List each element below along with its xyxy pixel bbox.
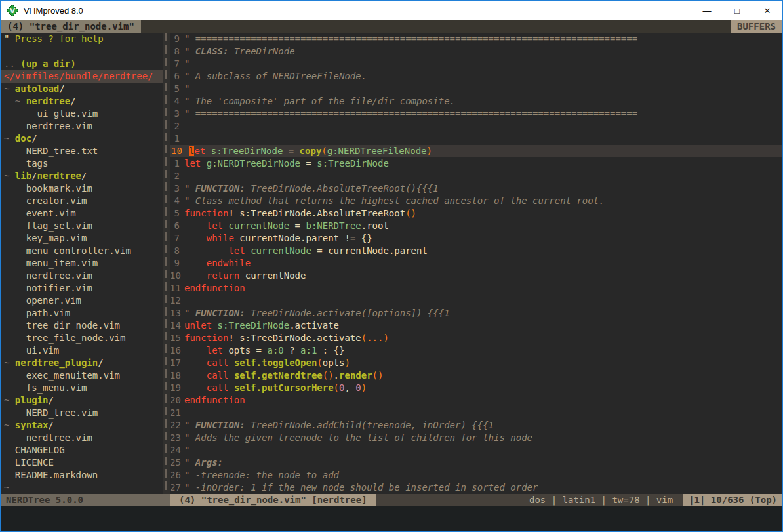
code-line[interactable]: 9 endwhile xyxy=(170,257,782,270)
code-line[interactable]: 2 xyxy=(170,170,782,182)
code-line-current[interactable]: 10let s:TreeDirNode = copy(g:NERDTreeFil… xyxy=(170,145,782,157)
tree-item[interactable]: menu_item.vim xyxy=(1,257,163,270)
code-line[interactable]: 25" Args: xyxy=(170,457,782,469)
tree-item[interactable]: notifier.vim xyxy=(1,282,163,295)
code-line[interactable]: 4" The 'composite' part of the file/dir … xyxy=(170,95,782,108)
close-icon[interactable]: ✕ xyxy=(752,1,782,20)
code-line[interactable]: 2 xyxy=(170,120,782,133)
line-number: 21 xyxy=(170,407,184,419)
code-line[interactable]: 7" xyxy=(170,58,782,70)
tree-item[interactable]: exec_menuitem.vim xyxy=(1,369,163,382)
tree-item[interactable]: fs_menu.vim xyxy=(1,382,163,394)
tree-item[interactable]: ~ doc/ xyxy=(1,133,163,145)
code-line[interactable]: 1 xyxy=(170,133,782,145)
tabline-fill xyxy=(141,20,731,33)
code-line[interactable]: 20endfunction xyxy=(170,394,782,407)
tree-item[interactable]: NERD_tree.vim xyxy=(1,407,163,419)
tree-item[interactable]: ~ plugin/ xyxy=(1,394,163,407)
code-line-text xyxy=(184,170,782,182)
tree-item[interactable]: bookmark.vim xyxy=(1,182,163,195)
code-line[interactable]: 5function! s:TreeDirNode.AbsoluteTreeRoo… xyxy=(170,207,782,220)
code-line-text xyxy=(184,120,782,133)
tree-item[interactable]: NERD_tree.txt xyxy=(1,145,163,157)
tree-item[interactable]: flag_set.vim xyxy=(1,220,163,232)
tree-item[interactable]: ~ autoload/ xyxy=(1,83,163,95)
tree-item[interactable]: ~ lib/nerdtree/ xyxy=(1,170,163,182)
tree-item[interactable]: key_map.vim xyxy=(1,232,163,245)
tree-item[interactable]: CHANGELOG xyxy=(1,444,163,457)
tree-item[interactable]: ~ nerdtree_plugin/ xyxy=(1,357,163,369)
tree-item[interactable]: path.vim xyxy=(1,307,163,319)
tree-item[interactable]: event.vim xyxy=(1,207,163,220)
code-line[interactable]: 10 return currentNode xyxy=(170,270,782,282)
vertical-split-separator[interactable] xyxy=(163,33,170,494)
code-line[interactable]: 23" Adds the given treenode to the list … xyxy=(170,432,782,444)
code-line[interactable]: 17 call self.toggleOpen(opts) xyxy=(170,357,782,369)
maximize-icon[interactable]: □ xyxy=(722,1,752,20)
code-line[interactable]: 5" xyxy=(170,83,782,95)
code-line[interactable]: 1let g:NERDTreeDirNode = s:TreeDirNode xyxy=(170,157,782,170)
tree-item[interactable]: ~ nerdtree/ xyxy=(1,95,163,108)
tree-item[interactable]: ~ xyxy=(1,481,163,494)
code-line-text: unlet s:TreeDirNode.activate xyxy=(184,319,782,332)
buffer-tab[interactable]: (4) "tree_dir_node.vim" xyxy=(1,20,141,33)
tree-item[interactable]: ui.vim xyxy=(1,344,163,357)
tree-item[interactable] xyxy=(1,45,163,58)
line-number: 7 xyxy=(170,58,184,70)
nerdtree-statusline: NERDTree 5.0.0 xyxy=(1,494,170,506)
line-number: 25 xyxy=(170,457,184,469)
code-line[interactable]: 19 call self.putCursorHere(0, 0) xyxy=(170,382,782,394)
code-line-text: call self.toggleOpen(opts) xyxy=(184,357,782,369)
code-line[interactable]: 11endfunction xyxy=(170,282,782,295)
code-line[interactable]: 27" -inOrder: 1 if the new node should b… xyxy=(170,481,782,494)
code-line[interactable]: 12 xyxy=(170,295,782,307)
code-line[interactable]: 13" FUNCTION: TreeDirNode.activate([opti… xyxy=(170,307,782,319)
statusline-flags: dos | latin1 | tw=78 | vim xyxy=(376,494,684,506)
code-line[interactable]: 8 let currentNode = currentNode.parent xyxy=(170,245,782,257)
tree-item[interactable]: menu_controller.vim xyxy=(1,245,163,257)
code-line[interactable]: 16 let opts = a:0 ? a:1 : {} xyxy=(170,344,782,357)
tree-item[interactable]: ~ syntax/ xyxy=(1,419,163,432)
code-line[interactable]: 6 let currentNode = b:NERDTree.root xyxy=(170,220,782,232)
line-number: 9 xyxy=(170,33,184,45)
code-line[interactable]: 24" xyxy=(170,444,782,457)
code-line[interactable]: 22" FUNCTION: TreeDirNode.addChild(treen… xyxy=(170,419,782,432)
line-number: 15 xyxy=(170,332,184,344)
code-line-text: " xyxy=(184,83,782,95)
code-line[interactable]: 26" -treenode: the node to add xyxy=(170,469,782,481)
tree-item[interactable]: opener.vim xyxy=(1,295,163,307)
code-line[interactable]: 3" =====================================… xyxy=(170,108,782,120)
tree-root-path[interactable]: </vimfiles/bundle/nerdtree/ xyxy=(1,70,163,83)
tree-item[interactable]: creator.vim xyxy=(1,195,163,207)
command-line[interactable] xyxy=(1,506,782,531)
tree-item[interactable]: nerdtree.vim xyxy=(1,270,163,282)
tree-item[interactable]: tree_dir_node.vim xyxy=(1,319,163,332)
tree-item[interactable]: .. (up a dir) xyxy=(1,58,163,70)
line-number: 13 xyxy=(170,307,184,319)
line-number: 8 xyxy=(170,245,184,257)
tree-item[interactable]: " Press ? for help xyxy=(1,33,163,45)
tree-item[interactable]: nerdtree.vim xyxy=(1,432,163,444)
code-line[interactable]: 15function! s:TreeDirNode.activate(...) xyxy=(170,332,782,344)
code-line[interactable]: 4" Class method that returns the highest… xyxy=(170,195,782,207)
code-line[interactable]: 7 while currentNode.parent != {} xyxy=(170,232,782,245)
line-number: 24 xyxy=(170,444,184,457)
tree-item[interactable]: ui_glue.vim xyxy=(1,108,163,120)
tree-item[interactable]: README.markdown xyxy=(1,469,163,481)
code-line[interactable]: 3" FUNCTION: TreeDirNode.AbsoluteTreeRoo… xyxy=(170,182,782,195)
tree-item[interactable]: tags xyxy=(1,157,163,170)
code-line[interactable]: 21 xyxy=(170,407,782,419)
line-number: 23 xyxy=(170,432,184,444)
minimize-icon[interactable]: — xyxy=(692,1,722,20)
tree-item[interactable]: tree_file_node.vim xyxy=(1,332,163,344)
code-line[interactable]: 18 call self.getNerdtree().render() xyxy=(170,369,782,382)
tree-item[interactable]: LICENCE xyxy=(1,457,163,469)
code-line[interactable]: 14unlet s:TreeDirNode.activate xyxy=(170,319,782,332)
code-line[interactable]: 8" CLASS: TreeDirNode xyxy=(170,45,782,58)
buffers-label: BUFFERS xyxy=(731,20,782,33)
code-line-text: call self.putCursorHere(0, 0) xyxy=(184,382,782,394)
code-line[interactable]: 6" A subclass of NERDTreeFileNode. xyxy=(170,70,782,83)
code-line[interactable]: 9" =====================================… xyxy=(170,33,782,45)
line-number: 6 xyxy=(170,70,184,83)
tree-item[interactable]: nerdtree.vim xyxy=(1,120,163,133)
